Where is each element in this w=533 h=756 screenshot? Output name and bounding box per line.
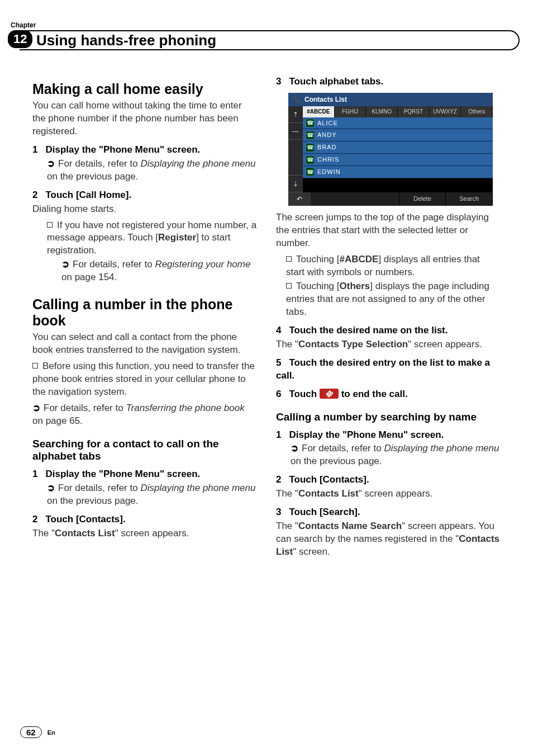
reference-line: ➲For details, refer to Transferring the … — [32, 402, 257, 428]
contact-name: ALICE — [317, 119, 338, 127]
step-text: Touch the desired name on the list. — [289, 325, 448, 336]
body-text: " screen appears. — [408, 339, 482, 349]
ref-text: on the previous page. — [47, 171, 139, 182]
body-bold: Contacts List — [55, 528, 115, 538]
body-bold: Contacts Type Selection — [298, 339, 408, 349]
step-number: 1 — [32, 144, 37, 155]
step-number: 3 — [276, 507, 281, 517]
ref-arrow-icon: ➲ — [61, 259, 69, 270]
contact-row[interactable]: ☎EDWIN — [303, 166, 493, 178]
step-number: 2 — [276, 474, 281, 485]
right-column: 3Touch alphabet tabs. 📞 Contacts List ⇡ … — [276, 75, 501, 562]
screenshot-title-bar: 📞 Contacts List — [288, 93, 493, 106]
step-text: Touch the desired entry on the list to m… — [276, 357, 490, 381]
bullet-bold: Others — [340, 281, 370, 291]
section-calling-phone-book: Calling a number in the phone book — [32, 296, 257, 329]
step-number: 5 — [276, 357, 281, 368]
body-text: The "Contacts Type Selection" screen app… — [276, 338, 501, 351]
body-text: The " — [276, 339, 298, 349]
contact-icon: ☎ — [306, 131, 314, 139]
step-1: 1Display the "Phone Menu" screen. — [32, 468, 257, 481]
body-text: " screen. — [293, 546, 330, 557]
step-text: Display the "Phone Menu" screen. — [45, 144, 200, 155]
step-2: 2Touch [Contacts]. — [32, 513, 257, 526]
body-text: The " — [276, 521, 298, 531]
body-text: You can select and call a contact from t… — [32, 331, 257, 357]
ref-italic: Displaying the phone menu — [384, 443, 499, 453]
bullet-item: Touching [Others] displays the page incl… — [286, 280, 501, 319]
contacts-list-screenshot: 📞 Contacts List ⇡ — ⇣ #ABCDE FGHIJ KLMNO… — [288, 93, 493, 206]
screenshot-footer: ↶ Delete Search — [288, 192, 493, 206]
ref-text: on page 154. — [61, 272, 117, 282]
ref-text: on the previous page. — [47, 495, 139, 506]
step-1: 1Display the "Phone Menu" screen. — [32, 144, 257, 157]
contact-name: BRAD — [317, 143, 337, 152]
step-1: 1Display the "Phone Menu" screen. — [276, 429, 501, 442]
tab-uvwxyz[interactable]: UVWXYZ — [430, 106, 461, 117]
tab-abcde[interactable]: #ABCDE — [303, 106, 335, 117]
page-language: En — [47, 729, 55, 736]
bullet-item: Touching [#ABCDE] displays all entries t… — [286, 253, 501, 279]
contact-row[interactable]: ☎CHRIS — [303, 154, 493, 166]
chapter-number-badge: 12 — [8, 30, 32, 48]
scroll-spacer — [288, 140, 303, 176]
ref-text: For details, refer to — [44, 403, 126, 413]
step-2: 2Touch [Contacts]. — [276, 474, 501, 486]
step-6: 6Touch to end the call. — [276, 388, 501, 401]
contact-icon: ☎ — [306, 119, 314, 127]
bullet-text: Touching [ — [296, 281, 340, 291]
tab-others[interactable]: Others — [461, 106, 493, 117]
contact-row[interactable]: ☎ANDY — [303, 129, 493, 141]
reference-line: ➲For details, refer to Displaying the ph… — [47, 158, 257, 183]
screenshot-main: #ABCDE FGHIJ KLMNO PQRST UVWXYZ Others ☎… — [303, 106, 493, 178]
subsection-searching-alphabet: Searching for a contact to call on the a… — [32, 438, 257, 462]
step-text: Touch [Contacts]. — [45, 514, 125, 525]
ref-text: For details, refer to — [58, 158, 140, 169]
tab-fghij[interactable]: FGHIJ — [335, 106, 367, 117]
phone-icon: 📞 — [293, 95, 301, 104]
step-5: 5Touch the desired entry on the list to … — [276, 357, 501, 382]
step-text: Display the "Phone Menu" screen. — [45, 469, 200, 479]
bullet-bold: #ABCDE — [340, 254, 379, 264]
bullet-square-icon — [47, 222, 53, 228]
step-text: Touch alphabet tabs. — [289, 76, 383, 87]
step-text-pre: Touch — [289, 389, 319, 399]
body-text: The " — [32, 528, 55, 538]
page-number: 62 — [20, 726, 42, 738]
ref-italic: Transferring the phone book — [126, 403, 244, 413]
step-number: 2 — [32, 190, 37, 200]
reference-line: ➲For details, refer to Displaying the ph… — [291, 442, 501, 468]
search-button[interactable]: Search — [446, 192, 493, 206]
bullet-text: Touching [ — [296, 254, 340, 264]
subsection-search-by-name: Calling a number by searching by name — [276, 411, 501, 423]
sub-reference: ➲For details, refer to Registering your … — [61, 258, 257, 284]
ref-italic: Displaying the phone menu — [140, 483, 255, 493]
ref-arrow-icon: ➲ — [47, 483, 55, 493]
contact-row[interactable]: ☎BRAD — [303, 141, 493, 154]
contact-name: EDWIN — [317, 168, 341, 176]
bullet-item: Before using this function, you need to … — [32, 360, 257, 399]
ref-arrow-icon: ➲ — [47, 158, 55, 169]
step-text: Touch [Search]. — [289, 507, 360, 517]
step-4: 4Touch the desired name on the list. — [276, 324, 501, 337]
step-number: 1 — [32, 469, 37, 479]
contact-icon: ☎ — [306, 144, 314, 152]
step-number: 4 — [276, 325, 281, 336]
contact-row[interactable]: ☎ALICE — [303, 117, 493, 130]
scroll-up-button[interactable]: ⇡ — [288, 106, 303, 123]
tab-pqrst[interactable]: PQRST — [398, 106, 430, 117]
back-button[interactable]: ↶ — [288, 192, 311, 206]
body-text: The "Contacts Name Search" screen appear… — [276, 520, 501, 559]
step-number: 1 — [276, 429, 281, 440]
screenshot-sidebar: ⇡ — ⇣ — [288, 106, 303, 192]
bullet-square-icon — [32, 363, 38, 368]
delete-button[interactable]: Delete — [399, 192, 446, 206]
contact-name: ANDY — [317, 131, 337, 139]
body-text: " screen appears. — [115, 528, 189, 538]
contact-name: CHRIS — [317, 155, 339, 164]
ref-text: For details, refer to — [73, 259, 155, 270]
scroll-down-button[interactable]: ⇣ — [288, 176, 303, 192]
tab-klmno[interactable]: KLMNO — [366, 106, 398, 117]
end-call-icon — [320, 389, 339, 399]
note-item: If you have not registered your home num… — [47, 219, 257, 258]
